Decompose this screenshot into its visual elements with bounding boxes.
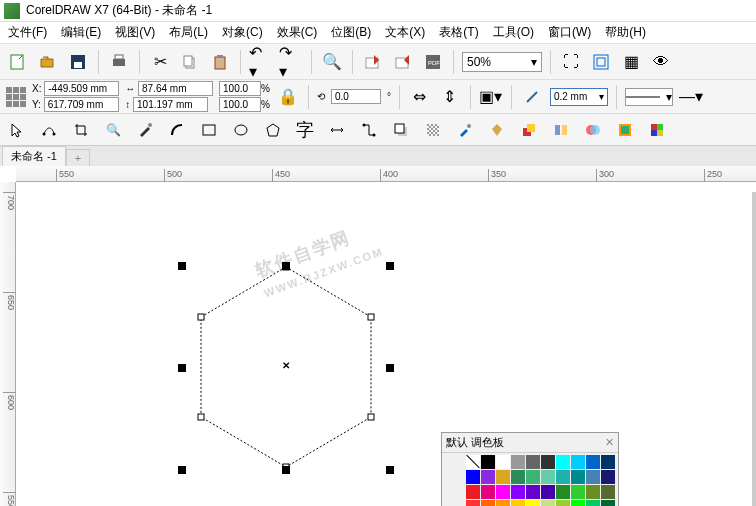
color-swatch[interactable] [466, 470, 480, 484]
color-swatch[interactable] [526, 485, 540, 499]
weld-tool[interactable] [582, 119, 604, 141]
transparency-tool[interactable] [422, 119, 444, 141]
save-button[interactable] [66, 50, 90, 74]
color-swatch[interactable] [586, 455, 600, 469]
menu-item[interactable]: 编辑(E) [61, 24, 101, 41]
align-tool[interactable] [550, 119, 572, 141]
color-swatch[interactable] [571, 455, 585, 469]
menu-item[interactable]: 窗口(W) [548, 24, 591, 41]
palette-close-button[interactable]: ✕ [605, 436, 614, 449]
artistic-media-tool[interactable] [166, 119, 188, 141]
show-rulers-button[interactable] [589, 50, 613, 74]
lock-ratio-button[interactable]: 🔒 [276, 85, 300, 109]
color-swatch[interactable] [571, 470, 585, 484]
color-swatch[interactable] [466, 500, 480, 506]
menu-item[interactable]: 位图(B) [331, 24, 371, 41]
paste-button[interactable] [208, 50, 232, 74]
tab-document[interactable]: 未命名 -1 [2, 146, 66, 166]
menu-item[interactable]: 文本(X) [385, 24, 425, 41]
freehand-tool[interactable] [134, 119, 156, 141]
color-swatch[interactable] [571, 485, 585, 499]
publish-pdf-button[interactable]: PDF [421, 50, 445, 74]
menu-item[interactable]: 帮助(H) [605, 24, 646, 41]
color-swatch[interactable] [526, 455, 540, 469]
cut-button[interactable]: ✂ [148, 50, 172, 74]
color-swatch[interactable] [526, 500, 540, 506]
connector-tool[interactable] [358, 119, 380, 141]
print-button[interactable] [107, 50, 131, 74]
pick-tool[interactable] [6, 119, 28, 141]
zoom-tool[interactable]: 🔍 [102, 119, 124, 141]
color-swatch[interactable] [511, 470, 525, 484]
parallel-dim-tool[interactable] [326, 119, 348, 141]
color-swatch[interactable] [601, 485, 615, 499]
polygon-tool[interactable] [262, 119, 284, 141]
preview-button[interactable]: 👁 [649, 50, 673, 74]
open-button[interactable] [36, 50, 60, 74]
options-tool[interactable] [614, 119, 636, 141]
rectangle-tool[interactable] [198, 119, 220, 141]
outline-pen-icon[interactable] [520, 85, 544, 109]
undo-button[interactable]: ↶ ▾ [249, 50, 273, 74]
menu-item[interactable]: 工具(O) [493, 24, 534, 41]
rotation-input[interactable] [331, 89, 381, 104]
color-swatch[interactable] [466, 485, 480, 499]
color-swatch[interactable] [601, 500, 615, 506]
color-swatch[interactable] [481, 455, 495, 469]
color-swatch[interactable] [586, 470, 600, 484]
x-position-input[interactable] [44, 81, 119, 96]
y-position-input[interactable] [44, 97, 119, 112]
color-swatch[interactable] [556, 470, 570, 484]
smart-fill-tool[interactable] [518, 119, 540, 141]
color-swatch[interactable] [556, 500, 570, 506]
fullscreen-button[interactable]: ⛶ [559, 50, 583, 74]
scale-y-input[interactable] [219, 97, 261, 112]
color-swatch[interactable] [496, 470, 510, 484]
ellipse-tool[interactable] [230, 119, 252, 141]
color-swatch[interactable] [511, 485, 525, 499]
show-grid-button[interactable]: ▦ [619, 50, 643, 74]
color-swatch[interactable] [601, 470, 615, 484]
color-swatch[interactable] [541, 485, 555, 499]
color-swatch[interactable] [556, 455, 570, 469]
width-input[interactable] [138, 81, 213, 96]
color-swatch[interactable] [556, 485, 570, 499]
zoom-level-input[interactable]: 50%▾ [462, 52, 542, 72]
export-button[interactable] [391, 50, 415, 74]
outline-width-input[interactable]: 0.2 mm▾ [550, 88, 608, 106]
import-button[interactable] [361, 50, 385, 74]
shape-tool[interactable] [38, 119, 60, 141]
search-button[interactable]: 🔍 [320, 50, 344, 74]
color-swatch[interactable] [481, 470, 495, 484]
order-button[interactable]: ▣▾ [479, 85, 503, 109]
color-swatch[interactable] [541, 455, 555, 469]
new-button[interactable] [6, 50, 30, 74]
menu-item[interactable]: 布局(L) [169, 24, 208, 41]
text-tool[interactable]: 字 [294, 119, 316, 141]
menu-item[interactable]: 对象(C) [222, 24, 263, 41]
menu-item[interactable]: 表格(T) [439, 24, 478, 41]
color-swatch[interactable] [496, 485, 510, 499]
color-swatch[interactable] [481, 485, 495, 499]
color-swatch[interactable] [466, 455, 480, 469]
color-swatch[interactable] [496, 500, 510, 506]
redo-button[interactable]: ↷ ▾ [279, 50, 303, 74]
color-swatch[interactable] [511, 500, 525, 506]
line-style-select[interactable]: ▾ [625, 88, 673, 106]
color-swatch[interactable] [526, 470, 540, 484]
mirror-h-button[interactable]: ⇔ [408, 85, 432, 109]
scale-x-input[interactable] [219, 81, 261, 96]
object-origin-icon[interactable] [6, 87, 26, 107]
color-swatch[interactable] [586, 500, 600, 506]
mirror-v-button[interactable]: ⇕ [438, 85, 462, 109]
color-swatch[interactable] [586, 485, 600, 499]
color-swatch[interactable] [601, 455, 615, 469]
color-swatch[interactable] [496, 455, 510, 469]
crop-tool[interactable] [70, 119, 92, 141]
height-input[interactable] [133, 97, 208, 112]
color-swatch[interactable] [511, 455, 525, 469]
color-swatch[interactable] [541, 470, 555, 484]
color-swatch[interactable] [481, 500, 495, 506]
start-arrow-select[interactable]: —▾ [679, 85, 703, 109]
color-eyedropper-tool[interactable] [454, 119, 476, 141]
